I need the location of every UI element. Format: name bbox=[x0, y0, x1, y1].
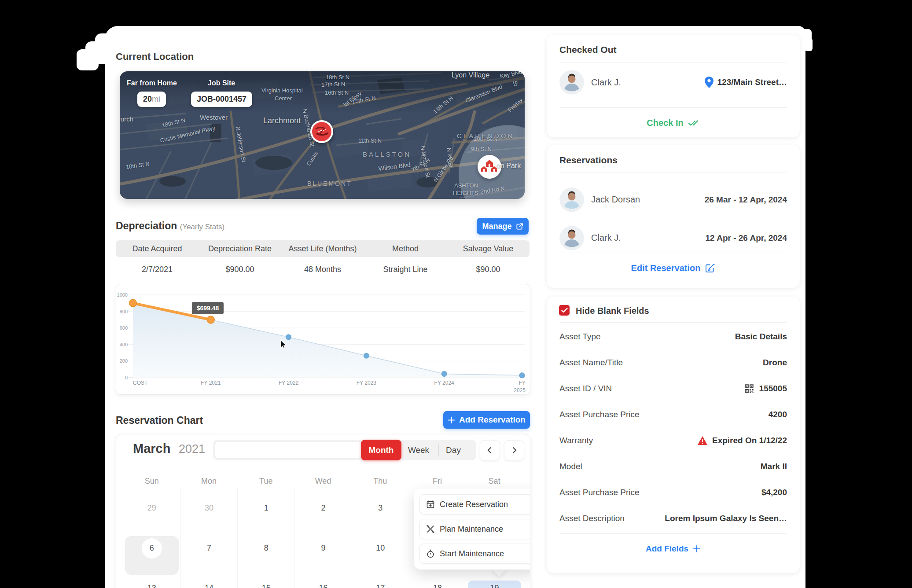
avatar bbox=[559, 187, 584, 212]
map-label: N Ivy St bbox=[446, 147, 454, 168]
map-label: 10th St N bbox=[125, 161, 150, 170]
map-label: 16th St N bbox=[325, 89, 349, 96]
calendar-date-cell[interactable]: 13 bbox=[123, 568, 180, 588]
map-label: Larchmont bbox=[263, 116, 301, 125]
calendar-date-cell[interactable]: 1 bbox=[237, 488, 294, 528]
tools-icon bbox=[426, 525, 435, 533]
day-name: Thu bbox=[352, 477, 409, 486]
depreciation-chart-card: 02004006008001000COSTFY 2021FY 2022FY 20… bbox=[116, 284, 530, 395]
timer-icon bbox=[426, 549, 435, 558]
field-value: 155005 bbox=[743, 383, 787, 394]
divider bbox=[559, 533, 787, 534]
map-label: Key Blvd bbox=[499, 71, 522, 80]
add-fields-button[interactable]: Add Fields bbox=[547, 540, 800, 558]
field-value: Mark II bbox=[761, 462, 787, 471]
sheet-step bbox=[77, 49, 99, 70]
checked-out-title: Checked Out bbox=[559, 44, 617, 55]
hide-blank-fields-checkbox[interactable] bbox=[559, 305, 570, 316]
checked-out-address[interactable]: 123/Main Street… bbox=[717, 77, 787, 87]
map-label: Westover bbox=[200, 114, 228, 121]
date-number: 16 bbox=[319, 584, 327, 588]
double-check-icon bbox=[688, 118, 700, 127]
calendar-date-cell[interactable]: 16 bbox=[294, 568, 352, 588]
menu-item-label: Plan Maintenance bbox=[440, 525, 503, 534]
calendar-month: March bbox=[133, 441, 170, 456]
prev-month-button[interactable] bbox=[480, 440, 500, 460]
reservation-row[interactable]: Jack Dorsan26 Mar - 12 Apr, 2024 bbox=[559, 180, 787, 219]
asset-location-marker[interactable] bbox=[310, 120, 333, 143]
divider bbox=[559, 107, 787, 108]
far-from-home-label: Far from Home bbox=[127, 79, 177, 87]
svg-text:FY 2023: FY 2023 bbox=[357, 380, 376, 386]
field-label: Asset Name/Title bbox=[559, 358, 623, 368]
asset-details-card: Hide Blank Fields Asset TypeBasic Detail… bbox=[547, 297, 800, 573]
calendar-date-cell[interactable]: 15 bbox=[237, 568, 294, 588]
calendar-context-menu: Create ReservationPlan MaintenanceStart … bbox=[414, 489, 530, 570]
table-header-cell: Salvage Value bbox=[447, 244, 530, 254]
manage-button[interactable]: Manage bbox=[477, 218, 529, 235]
location-map[interactable]: 18th St N17th St N16th St N15th St NVirg… bbox=[120, 71, 525, 199]
calendar-search-input[interactable] bbox=[215, 441, 361, 459]
calendar-date-cell[interactable]: 10 bbox=[352, 528, 409, 568]
asset-field-row: Asset Purchase Price4200 bbox=[547, 401, 800, 427]
map-label: 9th St N bbox=[471, 146, 492, 152]
calendar-date-cell[interactable]: 6 bbox=[123, 528, 180, 568]
date-number: 19 bbox=[490, 584, 499, 588]
start-maintenance-menu-item[interactable]: Start Maintenance bbox=[419, 544, 530, 564]
view-week-button[interactable]: Week bbox=[402, 440, 435, 460]
calendar-date-cell[interactable]: 29 bbox=[123, 488, 180, 528]
reservation-dates: 12 Apr - 26 Apr, 2024 bbox=[705, 233, 787, 243]
calendar-date-cell[interactable]: 9 bbox=[294, 528, 352, 568]
calendar-date-cell[interactable]: 8 bbox=[237, 528, 294, 568]
svg-text:600: 600 bbox=[120, 325, 128, 331]
table-header-cell: Date Acquired bbox=[116, 244, 199, 254]
date-number: 10 bbox=[376, 544, 385, 553]
plus-icon bbox=[448, 416, 455, 424]
check-in-button[interactable]: Check In bbox=[547, 114, 800, 132]
calendar-date-cell[interactable]: 14 bbox=[180, 568, 238, 588]
create-reservation-menu-item[interactable]: Create Reservation bbox=[419, 494, 530, 514]
asset-field-row: WarrantyExpired On 1/12/22 bbox=[547, 427, 800, 453]
calendar-date-cell[interactable]: 3 bbox=[352, 488, 409, 528]
distance-value: 20 bbox=[143, 95, 152, 103]
distance-badge: 20mi bbox=[137, 92, 166, 107]
view-day-button[interactable]: Day bbox=[440, 440, 467, 460]
svg-text:200: 200 bbox=[120, 358, 128, 364]
reservation-row[interactable]: Clark J.12 Apr - 26 Apr, 2024 bbox=[559, 219, 787, 257]
add-fields-label: Add Fields bbox=[646, 544, 688, 554]
checked-out-card: Checked Out Clark J. 123/Main Street… Ch… bbox=[547, 35, 800, 137]
map-label: ASHTON bbox=[454, 182, 478, 189]
next-month-button[interactable] bbox=[504, 440, 524, 460]
calendar-date-cell[interactable]: 2 bbox=[294, 488, 352, 528]
table-cell: 2/7/2021 bbox=[116, 265, 199, 274]
job-site-badge: JOB-0001457 bbox=[191, 92, 252, 107]
table-header-cell: Depreciation Rate bbox=[199, 244, 281, 254]
edit-reservation-button[interactable]: Edit Reservation bbox=[547, 259, 800, 277]
segment-divider bbox=[438, 444, 439, 456]
reservation-chart-title: Reservation Chart bbox=[116, 415, 203, 426]
asset-field-row: Asset Purchase Price$4,200 bbox=[547, 479, 800, 505]
reservations-card: Reservations Jack Dorsan26 Mar - 12 Apr,… bbox=[547, 145, 800, 288]
page: { "colors":{"accent_blue":"#2E7FF0","acc… bbox=[0, 0, 912, 588]
checked-out-row: Clark J. 123/Main Street… bbox=[559, 70, 787, 95]
asset-field-row: Asset Name/TitleDrone bbox=[547, 349, 800, 375]
check-icon bbox=[561, 308, 568, 313]
plan-maintenance-menu-item[interactable]: Plan Maintenance bbox=[419, 519, 530, 539]
date-number: 17 bbox=[376, 584, 385, 588]
asset-fields-list: Asset TypeBasic DetailsAsset Name/TitleD… bbox=[547, 323, 800, 531]
calendar-plus-icon bbox=[426, 500, 435, 509]
svg-text:1000: 1000 bbox=[117, 292, 128, 298]
calendar-date-cell[interactable]: 18 bbox=[409, 568, 466, 588]
reservation-name: Jack Dorsan bbox=[591, 195, 705, 205]
field-label: Asset Type bbox=[559, 332, 601, 342]
calendar-date-cell[interactable]: 30 bbox=[180, 488, 238, 528]
date-number: 1 bbox=[264, 503, 268, 513]
calendar-day-names: SunMonTueWedThuFriSat bbox=[123, 477, 523, 486]
calendar-date-cell[interactable]: 7 bbox=[180, 528, 238, 568]
view-month-button[interactable]: Month bbox=[361, 440, 401, 460]
job-site-label: Job Site bbox=[208, 79, 235, 87]
add-reservation-button[interactable]: Add Reservation bbox=[443, 411, 530, 429]
add-reservation-label: Add Reservation bbox=[459, 415, 526, 425]
reservation-calendar: March 2021 Month Week Day SunMonTueWedTh… bbox=[116, 434, 530, 588]
calendar-date-cell[interactable]: 17 bbox=[352, 568, 409, 588]
